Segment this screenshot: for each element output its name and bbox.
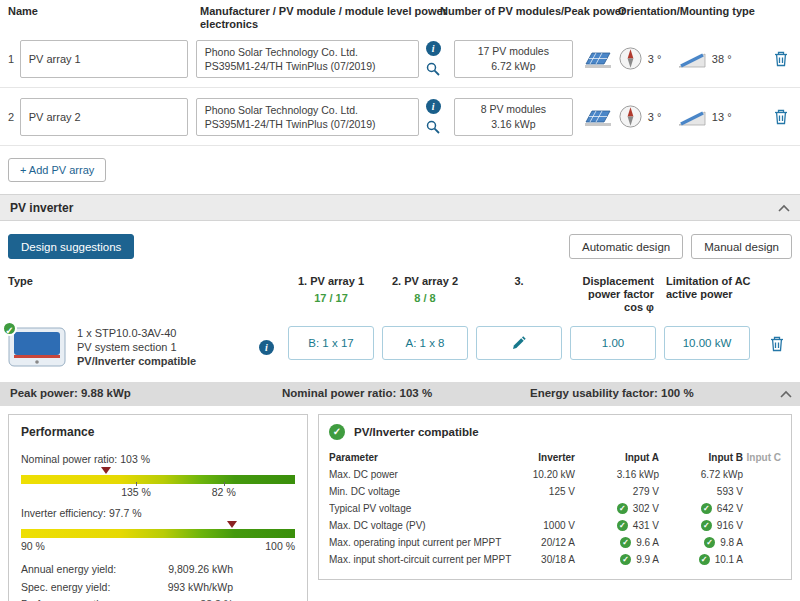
module-text: PS395M1-24/TH TwinPlus (07/2019) bbox=[205, 117, 410, 131]
array1-string-config-button[interactable]: B: 1 x 17 bbox=[288, 326, 374, 360]
col-inverter: Inverter bbox=[515, 449, 575, 466]
ok-check-icon: ✓ bbox=[701, 520, 712, 531]
summary-energy-usability: Energy usability factor: 100 % bbox=[530, 387, 694, 399]
column-header-array2: 2. PV array 2 8 / 8 bbox=[378, 275, 472, 305]
inverter-system-section: PV system section 1 bbox=[77, 340, 196, 354]
module-select-box[interactable]: Phono Solar Technology Co. Ltd. PS395M1-… bbox=[196, 98, 419, 136]
delete-inverter-button[interactable] bbox=[770, 336, 784, 352]
array1-assigned-count: 17 / 17 bbox=[284, 292, 378, 305]
orientation-cell: 3 ° 38 ° bbox=[583, 46, 774, 71]
npr-bar-scale: 135 % 82 % bbox=[21, 484, 295, 499]
pv-inverter-section-title: PV inverter bbox=[10, 201, 73, 215]
design-suggestions-button[interactable]: Design suggestions bbox=[8, 234, 134, 259]
compat-row: Min. DC voltage 125 V 279 V 593 V bbox=[329, 483, 781, 500]
automatic-design-button[interactable]: Automatic design bbox=[569, 234, 683, 259]
manual-design-button[interactable]: Manual design bbox=[691, 234, 792, 259]
ac-power-limit-input[interactable]: 10.00 kW bbox=[664, 326, 750, 360]
ok-check-icon: ✓ bbox=[617, 520, 628, 531]
module-select-box[interactable]: Phono Solar Technology Co. Ltd. PS395M1-… bbox=[196, 40, 419, 78]
peak-power-text: 3.16 kWp bbox=[491, 117, 535, 132]
detail-panels: Performance Nominal power ratio: 103 % 1… bbox=[8, 414, 792, 601]
manufacturer-text: Phono Solar Technology Co. Ltd. bbox=[205, 45, 410, 59]
pv-panel-icon bbox=[583, 105, 613, 129]
ok-check-icon: ✓ bbox=[704, 537, 715, 548]
array-name-input[interactable]: PV array 2 bbox=[20, 98, 188, 136]
ok-check-icon: ✓ bbox=[617, 503, 628, 514]
column-header-orientation: Orientation/Mounting type bbox=[618, 5, 755, 18]
trash-icon bbox=[770, 336, 784, 352]
delete-array-button[interactable] bbox=[774, 51, 788, 67]
performance-panel: Performance Nominal power ratio: 103 % 1… bbox=[8, 414, 308, 601]
col-input-c: Input C bbox=[743, 449, 781, 466]
delete-array-button[interactable] bbox=[774, 109, 788, 125]
peak-power-text: 6.72 kWp bbox=[491, 59, 535, 74]
summary-nominal-power-ratio: Nominal power ratio: 103 % bbox=[282, 387, 432, 399]
column-header-cos-phi: Displacement power factor cos φ bbox=[566, 275, 660, 314]
trash-icon bbox=[774, 51, 788, 67]
stat-value: 9,809.26 kWh bbox=[168, 561, 233, 579]
stat-value: 993 kWh/kWp bbox=[168, 579, 233, 597]
ok-check-icon: ✓ bbox=[620, 537, 631, 548]
col-parameter: Parameter bbox=[329, 449, 515, 466]
stat-row: Annual energy yield: 9,809.26 kWh bbox=[21, 561, 233, 579]
stat-label: Annual energy yield: bbox=[21, 561, 116, 579]
pv-array-row: 1 PV array 1 Phono Solar Technology Co. … bbox=[0, 30, 800, 88]
info-icon[interactable]: i bbox=[259, 340, 274, 355]
summary-peak-power: Peak power: 9.88 kWp bbox=[10, 387, 131, 399]
pv-panel-icon bbox=[583, 47, 613, 71]
array3-edit-button[interactable] bbox=[476, 326, 562, 360]
column-header-array1: 1. PV array 1 17 / 17 bbox=[284, 275, 378, 305]
stat-label: Spec. energy yield: bbox=[21, 579, 110, 597]
magnifier-icon[interactable] bbox=[426, 120, 440, 134]
module-count-text: 17 PV modules bbox=[478, 44, 549, 59]
ok-check-icon: ✓ bbox=[620, 554, 631, 565]
performance-title: Performance bbox=[21, 425, 295, 439]
pv-inverter-section-header[interactable]: PV inverter bbox=[0, 194, 800, 221]
array2-string-config-button[interactable]: A: 1 x 8 bbox=[382, 326, 468, 360]
npr-marker bbox=[101, 467, 111, 474]
results-summary-bar[interactable]: Peak power: 9.88 kWp Nominal power ratio… bbox=[0, 382, 800, 406]
column-header-manufacturer: Manufacturer / PV module / module level … bbox=[200, 5, 452, 31]
magnifier-icon[interactable] bbox=[426, 62, 440, 76]
info-icon[interactable]: i bbox=[426, 41, 441, 56]
tilt-value: 13 ° bbox=[712, 111, 736, 123]
inverter-table: Type 1. PV array 1 17 / 17 2. PV array 2… bbox=[0, 275, 800, 368]
info-icon[interactable]: i bbox=[426, 99, 441, 114]
inverter-toolbar: Design suggestions Automatic design Manu… bbox=[8, 234, 792, 259]
efficiency-bar-label: Inverter efficiency: 97.7 % bbox=[21, 507, 295, 519]
pv-array-table-header: Name Manufacturer / PV module / module l… bbox=[0, 0, 800, 30]
azimuth-value: 3 ° bbox=[648, 111, 672, 123]
compatibility-panel: ✓ PV/Inverter compatible Parameter Inver… bbox=[318, 414, 792, 580]
efficiency-bar-scale: 90 % 100 % bbox=[21, 538, 295, 553]
ok-check-icon: ✓ bbox=[701, 503, 712, 514]
tilt-value: 38 ° bbox=[712, 53, 736, 65]
performance-stats: Annual energy yield: 9,809.26 kWh Spec. … bbox=[21, 561, 295, 601]
compat-row: Max. DC voltage (PV) 1000 V ✓431 V ✓916 … bbox=[329, 517, 781, 534]
compat-row: Max. input short-circuit current per MPP… bbox=[329, 551, 781, 568]
inverter-image: ✓ bbox=[8, 327, 68, 367]
compatibility-table-header: Parameter Inverter Input A Input B Input… bbox=[329, 449, 781, 466]
cos-phi-input[interactable]: 1.00 bbox=[570, 326, 656, 360]
compass-icon bbox=[618, 104, 643, 129]
inverter-type-cell: ✓ 1 x STP10.0-3AV-40 PV system section 1… bbox=[0, 326, 284, 368]
pencil-icon bbox=[511, 335, 527, 351]
array-name-input[interactable]: PV array 1 bbox=[20, 40, 188, 78]
npr-bar-label: Nominal power ratio: 103 % bbox=[21, 453, 295, 465]
column-header-count: Number of PV modules/Peak power bbox=[440, 5, 625, 18]
pv-array-table: Name Manufacturer / PV module / module l… bbox=[0, 0, 800, 194]
compatibility-table: Parameter Inverter Input A Input B Input… bbox=[329, 449, 781, 568]
npr-gradient-bar bbox=[21, 475, 295, 484]
column-header-name: Name bbox=[8, 5, 38, 18]
compass-icon bbox=[618, 46, 643, 71]
ok-check-icon: ✓ bbox=[699, 554, 710, 565]
chevron-up-icon[interactable] bbox=[780, 390, 792, 398]
efficiency-scale-min: 90 % bbox=[21, 540, 45, 552]
compatible-check-icon: ✓ bbox=[329, 424, 345, 440]
row-icon-stack: i bbox=[419, 99, 448, 134]
module-count-box: 17 PV modules 6.72 kWp bbox=[454, 40, 573, 78]
chevron-up-icon[interactable] bbox=[778, 204, 790, 212]
row-index: 1 bbox=[8, 53, 20, 65]
col-input-a: Input A bbox=[575, 449, 659, 466]
efficiency-scale-max: 100 % bbox=[265, 540, 295, 552]
add-pv-array-button[interactable]: + Add PV array bbox=[8, 158, 106, 182]
